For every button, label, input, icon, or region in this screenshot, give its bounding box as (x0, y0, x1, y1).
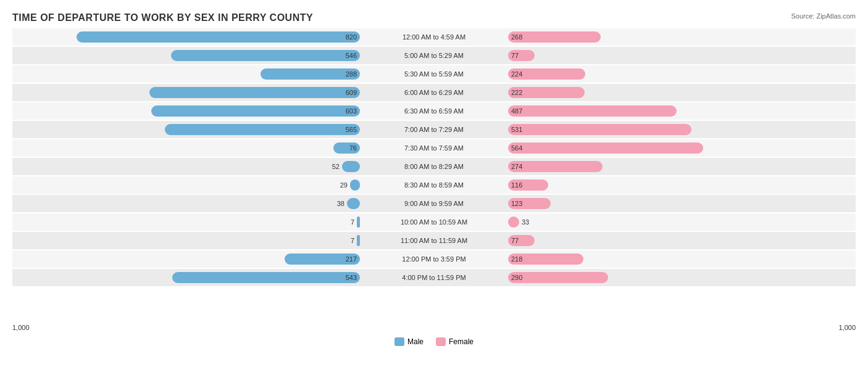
right-bar-section: 531 (508, 124, 856, 135)
male-value: 7 (351, 237, 354, 244)
time-label: 8:00 AM to 8:29 AM (360, 163, 508, 170)
male-bar: 543 (172, 272, 360, 283)
right-bar-section: 123 (508, 198, 856, 209)
male-value: 38 (337, 200, 344, 207)
chart-container: TIME OF DEPARTURE TO WORK BY SEX IN PERR… (0, 0, 868, 367)
table-row: 298:30 AM to 8:59 AM116 (12, 176, 856, 194)
male-bar (347, 198, 360, 209)
female-bar: 290 (508, 272, 608, 283)
left-bar-section: 820 (12, 31, 360, 43)
female-bar: 77 (508, 50, 535, 61)
table-row: 82012:00 AM to 4:59 AM268 (12, 28, 856, 46)
legend-female-label: Female (449, 337, 474, 346)
male-value: 543 (346, 274, 357, 281)
table-row: 767:30 AM to 7:59 AM564 (12, 139, 856, 157)
female-value: 218 (511, 255, 522, 263)
legend-female-box (436, 337, 446, 346)
male-value: 288 (346, 70, 357, 78)
left-bar-section: 29 (12, 179, 360, 191)
time-label: 5:30 AM to 5:59 AM (360, 70, 508, 78)
male-bar: 609 (149, 87, 360, 98)
left-bar-section: 603 (12, 105, 360, 117)
table-row: 711:00 AM to 11:59 AM77 (12, 232, 856, 249)
left-bar-section: 217 (12, 254, 360, 265)
male-value: 603 (346, 107, 357, 115)
table-row: 5434:00 PM to 11:59 PM290 (12, 269, 856, 286)
male-value: 29 (340, 181, 348, 189)
male-value: 217 (346, 255, 357, 263)
right-bar-section: 116 (508, 179, 856, 191)
time-label: 12:00 AM to 4:59 AM (360, 33, 508, 41)
left-bar-section: 76 (12, 142, 360, 154)
right-bar-section: 222 (508, 87, 856, 98)
male-value: 7 (351, 218, 354, 226)
male-bar: 820 (77, 31, 360, 43)
legend-male-label: Male (407, 337, 424, 346)
male-value: 820 (346, 33, 357, 41)
female-bar: 123 (508, 198, 551, 209)
table-row: 528:00 AM to 8:29 AM274 (12, 158, 856, 175)
female-value: 274 (511, 163, 522, 170)
left-bar-section: 7 (12, 235, 360, 246)
male-bar (350, 179, 360, 191)
female-bar: 218 (508, 254, 583, 265)
time-label: 6:30 AM to 6:59 AM (360, 107, 508, 115)
female-value: 222 (511, 89, 522, 96)
female-bar: 564 (508, 142, 703, 154)
male-value: 609 (346, 89, 357, 96)
female-bar: 531 (508, 124, 691, 135)
legend-male: Male (394, 337, 424, 346)
legend: Male Female (12, 337, 856, 346)
female-value: 564 (511, 144, 522, 152)
left-bar-section: 565 (12, 124, 360, 135)
table-row: 5465:00 AM to 5:29 AM77 (12, 47, 856, 64)
right-bar-section: 77 (508, 50, 856, 61)
right-bar-section: 274 (508, 161, 856, 172)
female-value: 290 (511, 274, 522, 281)
right-bar-section: 268 (508, 31, 856, 43)
right-bar-section: 224 (508, 68, 856, 80)
time-label: 11:00 AM to 11:59 AM (360, 237, 508, 244)
table-row: 710:00 AM to 10:59 AM33 (12, 213, 856, 231)
table-row: 6036:30 AM to 6:59 AM487 (12, 102, 856, 120)
female-value: 268 (511, 33, 522, 41)
time-label: 4:00 PM to 11:59 PM (360, 274, 508, 281)
male-bar (342, 161, 360, 172)
axis-labels: 1,000 1,000 (12, 321, 856, 334)
time-label: 12:00 PM to 3:59 PM (360, 255, 508, 263)
left-bar-section: 543 (12, 272, 360, 283)
female-value: 116 (511, 181, 522, 189)
source-text: Source: ZipAtlas.com (791, 12, 856, 20)
right-bar-section: 564 (508, 142, 856, 154)
female-bar: 222 (508, 87, 585, 98)
right-bar-section: 487 (508, 105, 856, 117)
time-label: 10:00 AM to 10:59 AM (360, 218, 508, 226)
female-bar: 487 (508, 105, 677, 117)
female-value: 487 (511, 107, 522, 115)
table-row: 389:00 AM to 9:59 AM123 (12, 195, 856, 212)
female-value: 33 (522, 218, 529, 226)
female-bar: 274 (508, 161, 603, 172)
table-row: 5657:00 AM to 7:29 AM531 (12, 121, 856, 138)
table-row: 21712:00 PM to 3:59 PM218 (12, 250, 856, 268)
male-value: 546 (346, 52, 357, 59)
left-bar-section: 7 (12, 216, 360, 228)
time-label: 5:00 AM to 5:29 AM (360, 52, 508, 59)
female-bar: 116 (508, 179, 548, 191)
female-value: 77 (511, 237, 519, 244)
male-bar: 217 (285, 254, 360, 265)
time-label: 6:00 AM to 6:29 AM (360, 89, 508, 96)
female-value: 531 (511, 126, 522, 133)
time-label: 7:00 AM to 7:29 AM (360, 126, 508, 133)
right-bar-section: 290 (508, 272, 856, 283)
female-bar: 77 (508, 235, 535, 246)
axis-right-label: 1,000 (506, 324, 856, 331)
male-value: 565 (346, 126, 357, 133)
chart-area: 82012:00 AM to 4:59 AM2685465:00 AM to 5… (12, 28, 856, 321)
right-bar-section: 77 (508, 235, 856, 246)
left-bar-section: 609 (12, 87, 360, 98)
time-label: 9:00 AM to 9:59 AM (360, 200, 508, 207)
female-bar: 268 (508, 31, 601, 43)
male-bar: 603 (151, 105, 360, 117)
male-bar: 288 (261, 68, 360, 80)
